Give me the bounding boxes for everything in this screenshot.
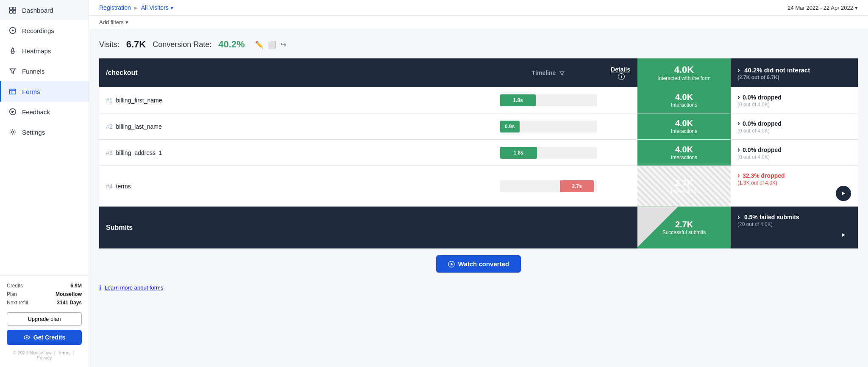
breadcrumb-separator: ▶ bbox=[134, 6, 138, 10]
sidebar-nav: Dashboard Recordings Heatmaps bbox=[0, 0, 89, 276]
forms-table: /checkout Timeline Details i 4.0K Intera… bbox=[99, 58, 858, 248]
breadcrumb-registration[interactable]: Registration bbox=[99, 4, 131, 11]
table-icon bbox=[8, 87, 17, 96]
stats-actions: ✏️ ⬜ ↪ bbox=[255, 41, 286, 49]
submits-label: Submits bbox=[99, 207, 637, 249]
svg-rect-3 bbox=[13, 11, 16, 13]
sidebar-label-funnels: Funnels bbox=[22, 68, 45, 75]
sidebar-bottom: Credits 6.9M Plan Mouseflow Next refill … bbox=[0, 276, 89, 367]
play-icon bbox=[448, 261, 455, 268]
sidebar-label-dashboard: Dashboard bbox=[22, 7, 53, 14]
field-name: terms bbox=[116, 183, 131, 190]
sidebar-item-feedback[interactable]: Feedback bbox=[0, 102, 89, 122]
svg-marker-16 bbox=[451, 262, 453, 265]
table-row: #1billing_first_name1.8s4.0KInteractions… bbox=[99, 87, 858, 113]
terms-link[interactable]: Terms bbox=[58, 350, 71, 355]
dropped-value: 0.0% dropped bbox=[743, 94, 782, 101]
play-button[interactable] bbox=[836, 186, 851, 201]
dropped-sub: (0 out of 4.0K) bbox=[737, 128, 851, 134]
sidebar-label-forms: Forms bbox=[22, 88, 40, 95]
watch-converted-row: Watch converted bbox=[99, 248, 858, 279]
svg-marker-14 bbox=[842, 233, 845, 237]
arrow-right-icon: › bbox=[737, 171, 740, 179]
credits-label: Credits bbox=[7, 283, 23, 289]
interactions-cell: 4.0KInteractions bbox=[637, 87, 731, 113]
get-credits-label: Get Credits bbox=[33, 334, 65, 341]
main-content: Registration ▶ All Visitors ▾ 24 Mar 202… bbox=[89, 0, 868, 367]
breadcrumb: Registration ▶ All Visitors ▾ bbox=[99, 4, 173, 11]
timeline-header: Timeline bbox=[493, 58, 604, 87]
plan-label: Plan bbox=[7, 291, 17, 297]
info-icon: i bbox=[618, 73, 625, 80]
interactions-cell: 2.7KInteractions bbox=[637, 166, 731, 207]
arrow-right-icon: › bbox=[737, 66, 740, 74]
all-visitors-button[interactable]: All Visitors ▾ bbox=[141, 4, 173, 11]
row-num: #2 bbox=[106, 123, 113, 130]
svg-point-10 bbox=[11, 131, 14, 133]
path-cell: /checkout bbox=[99, 58, 493, 87]
svg-rect-0 bbox=[10, 7, 12, 10]
play-button[interactable] bbox=[836, 227, 851, 243]
details-header[interactable]: Details i bbox=[604, 58, 637, 87]
summary-stats: Visits: 6.7K Conversion Rate: 40.2% ✏️ ⬜… bbox=[99, 39, 858, 50]
credits-row: Credits 6.9M bbox=[7, 283, 82, 289]
svg-marker-13 bbox=[842, 192, 845, 195]
funnel-icon bbox=[8, 67, 17, 75]
conversion-value: 40.2% bbox=[218, 39, 245, 50]
table-row: #2billing_last_name0.9s4.0KInteractions›… bbox=[99, 113, 858, 140]
visits-label: Visits: bbox=[99, 40, 120, 49]
svg-rect-1 bbox=[13, 7, 16, 10]
submits-row: Submits 2.7KSuccessful submits › 0.5% fa… bbox=[99, 207, 858, 249]
sidebar-label-recordings: Recordings bbox=[22, 27, 54, 34]
filter-icon bbox=[559, 70, 565, 76]
topbar: Registration ▶ All Visitors ▾ 24 Mar 202… bbox=[89, 0, 868, 16]
feedback-icon bbox=[8, 108, 17, 116]
footer-links: © 2022 Mouseflow | Terms | Privacy bbox=[7, 350, 82, 360]
sidebar-item-forms[interactable]: Forms bbox=[0, 81, 89, 102]
details-cell bbox=[604, 113, 637, 140]
visits-value: 6.7K bbox=[126, 39, 146, 50]
credits-value: 6.9M bbox=[70, 283, 82, 289]
details-cell bbox=[604, 140, 637, 166]
sidebar-item-dashboard[interactable]: Dashboard bbox=[0, 0, 89, 20]
flame-icon bbox=[8, 47, 17, 55]
svg-point-9 bbox=[10, 109, 16, 115]
dropped-cell: ›0.0% dropped(0 out of 4.0K) bbox=[731, 140, 858, 166]
interactions-cell: 4.0KInteractions bbox=[637, 140, 731, 166]
dropped-cell: ›32.3% dropped(1.3K out of 4.0K) bbox=[731, 166, 858, 207]
dropped-cell: ›0.0% dropped(0 out of 4.0K) bbox=[731, 113, 858, 140]
edit-icon[interactable]: ✏️ bbox=[255, 41, 264, 49]
details-cell bbox=[604, 87, 637, 113]
sidebar-label-feedback: Feedback bbox=[22, 108, 50, 116]
get-credits-button[interactable]: Get Credits bbox=[7, 330, 82, 345]
play-circle-icon bbox=[8, 26, 17, 35]
eye-icon bbox=[23, 334, 30, 341]
filters-row: Add filters ▾ bbox=[89, 16, 868, 29]
privacy-link[interactable]: Privacy bbox=[36, 355, 52, 360]
sidebar-item-recordings[interactable]: Recordings bbox=[0, 20, 89, 41]
dropped-value: 0.0% dropped bbox=[743, 120, 782, 127]
details-cell bbox=[604, 166, 637, 207]
conversion-label: Conversion Rate: bbox=[153, 40, 211, 49]
export-icon[interactable]: ⬜ bbox=[268, 41, 276, 49]
field-name: billing_first_name bbox=[116, 97, 162, 104]
date-range-picker[interactable]: 24 Mar 2022 - 22 Apr 2022 ▾ bbox=[787, 5, 858, 11]
upgrade-plan-button[interactable]: Upgrade plan bbox=[7, 312, 82, 326]
interactions-cell: 4.0KInteractions bbox=[637, 113, 731, 140]
content-area: Visits: 6.7K Conversion Rate: 40.2% ✏️ ⬜… bbox=[89, 29, 868, 367]
share-icon[interactable]: ↪ bbox=[281, 41, 286, 49]
table-row: #4terms2.7s2.7KInteractions›32.3% droppe… bbox=[99, 166, 858, 207]
sidebar: Dashboard Recordings Heatmaps bbox=[0, 0, 89, 367]
learn-more-link[interactable]: Learn more about forms bbox=[105, 284, 164, 291]
svg-point-12 bbox=[26, 337, 28, 338]
arrow-right-icon: › bbox=[737, 212, 740, 221]
chevron-down-icon: ▾ bbox=[170, 4, 173, 11]
sidebar-item-heatmaps[interactable]: Heatmaps bbox=[0, 41, 89, 61]
watch-converted-button[interactable]: Watch converted bbox=[436, 255, 521, 273]
svg-rect-2 bbox=[10, 11, 12, 13]
sidebar-label-settings: Settings bbox=[22, 129, 45, 136]
sidebar-item-settings[interactable]: Settings bbox=[0, 122, 89, 142]
add-filters-button[interactable]: Add filters ▾ bbox=[99, 19, 128, 25]
sidebar-item-funnels[interactable]: Funnels bbox=[0, 61, 89, 81]
did-not-interact-cell: › 40.2% did not interact (2.7K out of 6.… bbox=[731, 58, 858, 87]
